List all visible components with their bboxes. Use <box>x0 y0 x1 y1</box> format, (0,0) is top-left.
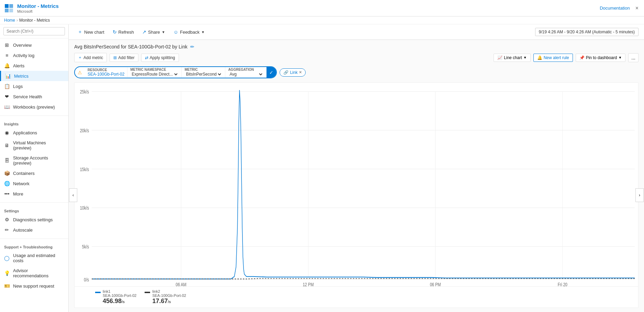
pin-icon: 📌 <box>579 55 585 60</box>
breadcrumb-home[interactable]: Home <box>4 18 15 23</box>
metric-check-button[interactable]: ✓ <box>267 67 276 78</box>
sidebar-item-overview[interactable]: ⊞ Overview <box>0 40 68 50</box>
feedback-icon: ☺ <box>173 29 178 35</box>
network-icon: 🌐 <box>4 181 10 186</box>
sidebar-item-service-health[interactable]: ❤ Service Health <box>0 91 68 102</box>
chart-legend: link1 SEA-100Gb-Port-02 456.98/s link2 S… <box>75 286 638 308</box>
main-layout: ⊞ Overview ≡ Activity log 🔔 Alerts 📊 Met… <box>0 24 644 312</box>
share-label: Share <box>148 30 160 35</box>
metric-controls: ＋ Add metric ⊞ Add filter ⇄ Apply splitt… <box>74 53 639 62</box>
sidebar-divider-2 <box>0 202 68 203</box>
svg-text:5k/s: 5k/s <box>82 244 89 249</box>
sidebar-label-usage-costs: Usage and estimated costs <box>13 253 64 263</box>
sidebar-label-more: More <box>13 191 23 197</box>
overview-icon: ⊞ <box>4 42 10 48</box>
applications-icon: ◉ <box>4 130 10 135</box>
add-filter-button[interactable]: ⊞ Add filter <box>110 54 138 62</box>
sidebar-item-support-request[interactable]: 🎫 New support request <box>0 281 68 291</box>
sidebar-support-header: Support + Troubleshooting <box>0 242 68 250</box>
feedback-button[interactable]: ☺ Feedback ▼ <box>170 27 208 36</box>
sidebar-item-more[interactable]: ••• More <box>0 189 68 199</box>
legend-item-link2: link2 SEA-100Gb-Port-02 17.67/s <box>145 289 186 305</box>
sidebar-label-storage-accounts: Storage Accounts (preview) <box>13 155 64 166</box>
breadcrumb-separator: › <box>16 18 18 23</box>
metric-field: METRIC BitsInPerSecond <box>182 67 225 78</box>
refresh-button[interactable]: ↻ Refresh <box>109 27 138 36</box>
svg-text:12 PM: 12 PM <box>303 281 314 286</box>
sidebar: ⊞ Overview ≡ Activity log 🔔 Alerts 📊 Met… <box>0 24 69 312</box>
sidebar-label-service-health: Service Health <box>13 94 42 99</box>
sidebar-item-activity-log[interactable]: ≡ Activity log <box>0 50 68 60</box>
chart-nav-right-button[interactable]: › <box>635 188 644 202</box>
legend-item-link1: link1 SEA-100Gb-Port-02 456.98/s <box>95 289 136 305</box>
app-title-block: Monitor - Metrics Microsoft <box>17 3 59 13</box>
legend-text-link2: link2 SEA-100Gb-Port-02 17.67/s <box>152 289 186 305</box>
pin-dashboard-button[interactable]: 📌 Pin to dashboard ▼ <box>576 54 626 62</box>
metric-selector-row: ⚠ RESOURCE SEA-100Gb-Port-02 METRIC NAME… <box>74 66 639 78</box>
autoscale-icon: ✏ <box>4 227 10 233</box>
pin-dashboard-label: Pin to dashboard <box>586 55 617 60</box>
storage-accounts-icon: 🗄 <box>4 158 10 163</box>
new-alert-button[interactable]: 🔔 New alert rule <box>533 54 573 62</box>
legend-resource-link1: SEA-100Gb-Port-02 <box>103 293 136 298</box>
sidebar-item-alerts[interactable]: 🔔 Alerts <box>0 60 68 71</box>
search-input[interactable] <box>3 27 65 35</box>
sidebar-item-applications[interactable]: ◉ Applications <box>0 127 68 138</box>
sidebar-settings-header: Settings <box>0 206 68 214</box>
sidebar-item-workbooks[interactable]: 📖 Workbooks (preview) <box>0 102 68 112</box>
service-health-icon: ❤ <box>4 94 10 99</box>
sidebar-item-logs[interactable]: 📋 Logs <box>0 81 68 91</box>
usage-costs-icon: ◯ <box>4 255 10 261</box>
chart-type-button[interactable]: 📈 Line chart ▼ <box>494 54 531 62</box>
svg-rect-2 <box>5 9 9 12</box>
chart-nav-left-button[interactable]: ‹ <box>69 188 77 202</box>
sidebar-main-section: ⊞ Overview ≡ Activity log 🔔 Alerts 📊 Met… <box>0 38 68 113</box>
edit-title-icon[interactable]: ✏ <box>190 44 194 49</box>
link-tag[interactable]: 🔗 Link ✕ <box>280 68 306 77</box>
new-chart-button[interactable]: ＋ New chart <box>74 27 108 37</box>
link-icon: 🔗 <box>283 70 289 75</box>
legend-color-link1 <box>95 292 101 293</box>
close-button[interactable]: × <box>634 4 640 13</box>
content-area: ＋ New chart ↻ Refresh ↗ Share ▼ ☺ Feedba… <box>69 24 644 312</box>
apply-splitting-button[interactable]: ⇄ Apply splitting <box>141 54 179 62</box>
sidebar-label-virtual-machines: Virtual Machines (preview) <box>13 140 64 151</box>
virtual-machines-icon: 🖥 <box>4 143 10 148</box>
sidebar-label-support-request: New support request <box>13 283 54 289</box>
documentation-link[interactable]: Documentation <box>600 5 630 11</box>
sidebar-item-containers[interactable]: 📦 Containers <box>0 168 68 178</box>
sidebar-item-storage-accounts[interactable]: 🗄 Storage Accounts (preview) <box>0 153 68 168</box>
metric-namespace-select[interactable]: ExpressRoute Direct... <box>130 71 179 77</box>
metric-namespace-label: METRIC NAMESPACE <box>130 68 179 71</box>
sidebar-label-workbooks: Workbooks (preview) <box>13 104 55 110</box>
sidebar-item-advisor[interactable]: 💡 Advisor recommendations <box>0 266 68 281</box>
metric-label: METRIC <box>184 68 222 71</box>
sidebar-item-metrics[interactable]: 📊 Metrics <box>0 71 68 81</box>
breadcrumb: Home › Monitor - Metrics <box>0 16 644 24</box>
line-chart-icon: 📈 <box>497 55 502 60</box>
metric-select[interactable]: BitsInPerSecond <box>184 71 222 77</box>
share-button[interactable]: ↗ Share ▼ <box>139 27 169 36</box>
add-metric-button[interactable]: ＋ Add metric <box>74 53 107 62</box>
sidebar-item-diagnostics[interactable]: ⚙ Diagnostics settings <box>0 214 68 225</box>
add-metric-icon: ＋ <box>78 55 82 60</box>
metric-namespace-field: METRIC NAMESPACE ExpressRoute Direct... <box>127 67 182 78</box>
metric-controls-right: 📈 Line chart ▼ 🔔 New alert rule 📌 Pin to… <box>494 53 639 62</box>
metrics-icon: 📊 <box>5 73 11 79</box>
sidebar-divider-3 <box>0 238 68 239</box>
aggregation-select[interactable]: Avg <box>228 71 263 77</box>
chart-title-row: Avg BitsInPerSecond for SEA-100Gb-Port-0… <box>74 44 639 49</box>
app-title: Monitor - Metrics <box>17 3 59 9</box>
link-tag-close-icon[interactable]: ✕ <box>299 70 302 75</box>
sidebar-item-virtual-machines[interactable]: 🖥 Virtual Machines (preview) <box>0 138 68 153</box>
sidebar-item-usage-costs[interactable]: ◯ Usage and estimated costs <box>0 250 68 266</box>
time-range-button[interactable]: 9/19 4:26 AM - 9/20 4:26 AM (Automatic -… <box>535 28 639 36</box>
sidebar-label-metrics: Metrics <box>14 74 29 79</box>
svg-rect-0 <box>5 4 9 8</box>
new-alert-label: New alert rule <box>544 55 569 60</box>
more-options-button[interactable]: ... <box>628 53 639 62</box>
sidebar-item-network[interactable]: 🌐 Network <box>0 178 68 189</box>
sidebar-item-autoscale[interactable]: ✏ Autoscale <box>0 225 68 235</box>
resource-value[interactable]: SEA-100Gb-Port-02 <box>88 72 124 77</box>
svg-text:06 PM: 06 PM <box>430 281 441 286</box>
